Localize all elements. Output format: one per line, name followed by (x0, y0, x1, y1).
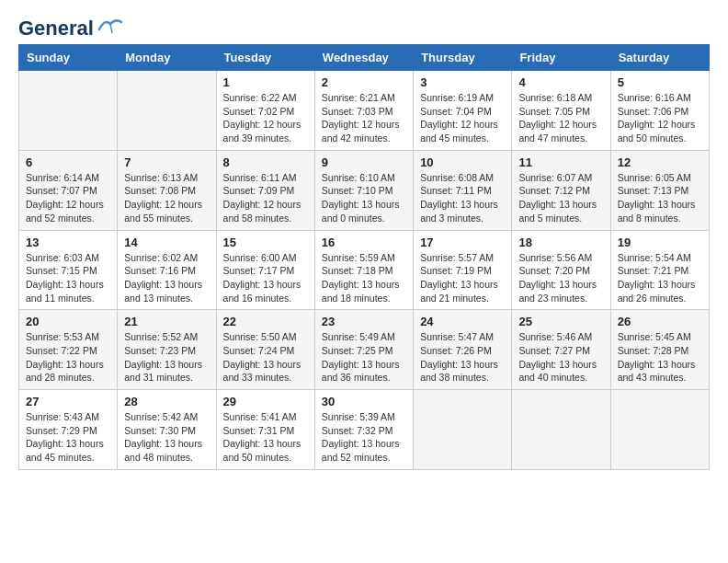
day-number: 30 (322, 395, 406, 408)
day-of-week-header: Monday (118, 45, 216, 71)
day-number: 6 (26, 155, 110, 169)
day-info: Sunrise: 6:19 AM Sunset: 7:04 PM Dayligh… (420, 91, 505, 145)
calendar-cell: 5Sunrise: 6:16 AM Sunset: 7:06 PM Daylig… (610, 71, 709, 151)
calendar-cell: 24Sunrise: 5:47 AM Sunset: 7:26 PM Dayli… (414, 310, 512, 390)
day-info: Sunrise: 6:03 AM Sunset: 7:15 PM Dayligh… (26, 251, 110, 305)
calendar-cell: 3Sunrise: 6:19 AM Sunset: 7:04 PM Daylig… (414, 71, 512, 151)
day-info: Sunrise: 6:16 AM Sunset: 7:06 PM Dayligh… (618, 91, 702, 145)
day-number: 3 (420, 75, 505, 89)
calendar-cell: 15Sunrise: 6:00 AM Sunset: 7:17 PM Dayli… (216, 230, 314, 310)
day-number: 11 (518, 155, 603, 169)
calendar-week-row: 20Sunrise: 5:53 AM Sunset: 7:22 PM Dayli… (19, 310, 710, 390)
calendar-cell: 1Sunrise: 6:22 AM Sunset: 7:02 PM Daylig… (216, 71, 314, 151)
day-info: Sunrise: 6:11 AM Sunset: 7:09 PM Dayligh… (223, 171, 308, 225)
day-info: Sunrise: 5:59 AM Sunset: 7:18 PM Dayligh… (322, 251, 406, 305)
day-number: 14 (124, 236, 209, 249)
day-number: 2 (322, 75, 406, 89)
day-number: 16 (322, 236, 406, 249)
day-number: 5 (618, 75, 702, 89)
day-number: 12 (618, 155, 702, 169)
calendar-cell: 19Sunrise: 5:54 AM Sunset: 7:21 PM Dayli… (610, 230, 709, 310)
day-info: Sunrise: 5:45 AM Sunset: 7:28 PM Dayligh… (618, 330, 702, 385)
day-of-week-header: Saturday (610, 45, 709, 71)
calendar-cell: 12Sunrise: 6:05 AM Sunset: 7:13 PM Dayli… (610, 150, 709, 230)
day-info: Sunrise: 5:52 AM Sunset: 7:23 PM Dayligh… (124, 330, 209, 385)
calendar-cell (118, 71, 216, 151)
calendar-week-row: 13Sunrise: 6:03 AM Sunset: 7:15 PM Dayli… (19, 230, 710, 310)
day-info: Sunrise: 5:42 AM Sunset: 7:30 PM Dayligh… (124, 410, 209, 465)
calendar-cell (19, 71, 118, 151)
day-number: 24 (420, 315, 505, 328)
calendar-cell: 14Sunrise: 6:02 AM Sunset: 7:16 PM Dayli… (118, 230, 216, 310)
logo: General (18, 18, 123, 35)
day-info: Sunrise: 5:46 AM Sunset: 7:27 PM Dayligh… (518, 330, 603, 385)
day-info: Sunrise: 6:18 AM Sunset: 7:05 PM Dayligh… (518, 91, 603, 145)
calendar-cell: 18Sunrise: 5:56 AM Sunset: 7:20 PM Dayli… (512, 230, 610, 310)
day-number: 26 (618, 315, 702, 328)
calendar-cell (414, 390, 512, 470)
calendar-cell: 11Sunrise: 6:07 AM Sunset: 7:12 PM Dayli… (512, 150, 610, 230)
day-number: 22 (223, 315, 308, 328)
logo-bird-icon (97, 17, 123, 35)
calendar-header-row: SundayMondayTuesdayWednesdayThursdayFrid… (19, 45, 710, 71)
calendar-cell: 9Sunrise: 6:10 AM Sunset: 7:10 PM Daylig… (314, 150, 413, 230)
day-info: Sunrise: 6:10 AM Sunset: 7:10 PM Dayligh… (322, 171, 406, 225)
calendar-cell: 7Sunrise: 6:13 AM Sunset: 7:08 PM Daylig… (118, 150, 216, 230)
calendar-cell: 23Sunrise: 5:49 AM Sunset: 7:25 PM Dayli… (314, 310, 413, 390)
calendar-cell: 21Sunrise: 5:52 AM Sunset: 7:23 PM Dayli… (118, 310, 216, 390)
calendar-week-row: 6Sunrise: 6:14 AM Sunset: 7:07 PM Daylig… (19, 150, 710, 230)
day-number: 19 (618, 236, 702, 249)
calendar-cell: 6Sunrise: 6:14 AM Sunset: 7:07 PM Daylig… (19, 150, 118, 230)
day-number: 18 (518, 236, 603, 249)
day-of-week-header: Thursday (414, 45, 512, 71)
calendar-table: SundayMondayTuesdayWednesdayThursdayFrid… (18, 44, 710, 470)
day-info: Sunrise: 6:05 AM Sunset: 7:13 PM Dayligh… (618, 171, 702, 225)
day-number: 10 (420, 155, 505, 169)
day-of-week-header: Wednesday (314, 45, 413, 71)
calendar-cell: 22Sunrise: 5:50 AM Sunset: 7:24 PM Dayli… (216, 310, 314, 390)
day-info: Sunrise: 6:13 AM Sunset: 7:08 PM Dayligh… (124, 171, 209, 225)
day-info: Sunrise: 5:56 AM Sunset: 7:20 PM Dayligh… (518, 251, 603, 305)
calendar-cell: 17Sunrise: 5:57 AM Sunset: 7:19 PM Dayli… (414, 230, 512, 310)
day-number: 29 (223, 395, 308, 408)
day-info: Sunrise: 5:57 AM Sunset: 7:19 PM Dayligh… (420, 251, 505, 305)
day-info: Sunrise: 5:50 AM Sunset: 7:24 PM Dayligh… (223, 330, 308, 385)
day-number: 23 (322, 315, 406, 328)
day-info: Sunrise: 6:08 AM Sunset: 7:11 PM Dayligh… (420, 171, 505, 225)
day-number: 28 (124, 395, 209, 408)
day-info: Sunrise: 5:43 AM Sunset: 7:29 PM Dayligh… (26, 410, 110, 465)
day-info: Sunrise: 5:39 AM Sunset: 7:32 PM Dayligh… (322, 410, 406, 465)
calendar-week-row: 27Sunrise: 5:43 AM Sunset: 7:29 PM Dayli… (19, 390, 710, 470)
calendar-cell: 13Sunrise: 6:03 AM Sunset: 7:15 PM Dayli… (19, 230, 118, 310)
day-number: 1 (223, 75, 308, 89)
day-info: Sunrise: 6:07 AM Sunset: 7:12 PM Dayligh… (518, 171, 603, 225)
calendar-cell: 4Sunrise: 6:18 AM Sunset: 7:05 PM Daylig… (512, 71, 610, 151)
logo-text: General (18, 18, 94, 39)
day-of-week-header: Friday (512, 45, 610, 71)
calendar-cell: 26Sunrise: 5:45 AM Sunset: 7:28 PM Dayli… (610, 310, 709, 390)
calendar-cell: 29Sunrise: 5:41 AM Sunset: 7:31 PM Dayli… (216, 390, 314, 470)
day-number: 8 (223, 155, 308, 169)
day-info: Sunrise: 5:41 AM Sunset: 7:31 PM Dayligh… (223, 410, 308, 465)
day-number: 27 (26, 395, 110, 408)
calendar-cell: 10Sunrise: 6:08 AM Sunset: 7:11 PM Dayli… (414, 150, 512, 230)
day-number: 20 (26, 315, 110, 328)
day-number: 9 (322, 155, 406, 169)
calendar-cell: 8Sunrise: 6:11 AM Sunset: 7:09 PM Daylig… (216, 150, 314, 230)
day-info: Sunrise: 6:21 AM Sunset: 7:03 PM Dayligh… (322, 91, 406, 145)
calendar-cell: 25Sunrise: 5:46 AM Sunset: 7:27 PM Dayli… (512, 310, 610, 390)
day-number: 17 (420, 236, 505, 249)
day-info: Sunrise: 5:53 AM Sunset: 7:22 PM Dayligh… (26, 330, 110, 385)
page-header: General (18, 18, 710, 35)
day-of-week-header: Sunday (19, 45, 118, 71)
day-number: 7 (124, 155, 209, 169)
day-number: 13 (26, 236, 110, 249)
calendar-cell: 30Sunrise: 5:39 AM Sunset: 7:32 PM Dayli… (314, 390, 413, 470)
day-info: Sunrise: 6:02 AM Sunset: 7:16 PM Dayligh… (124, 251, 209, 305)
day-info: Sunrise: 6:22 AM Sunset: 7:02 PM Dayligh… (223, 91, 308, 145)
calendar-cell: 28Sunrise: 5:42 AM Sunset: 7:30 PM Dayli… (118, 390, 216, 470)
calendar-week-row: 1Sunrise: 6:22 AM Sunset: 7:02 PM Daylig… (19, 71, 710, 151)
calendar-cell: 2Sunrise: 6:21 AM Sunset: 7:03 PM Daylig… (314, 71, 413, 151)
day-info: Sunrise: 6:14 AM Sunset: 7:07 PM Dayligh… (26, 171, 110, 225)
day-info: Sunrise: 5:54 AM Sunset: 7:21 PM Dayligh… (618, 251, 702, 305)
